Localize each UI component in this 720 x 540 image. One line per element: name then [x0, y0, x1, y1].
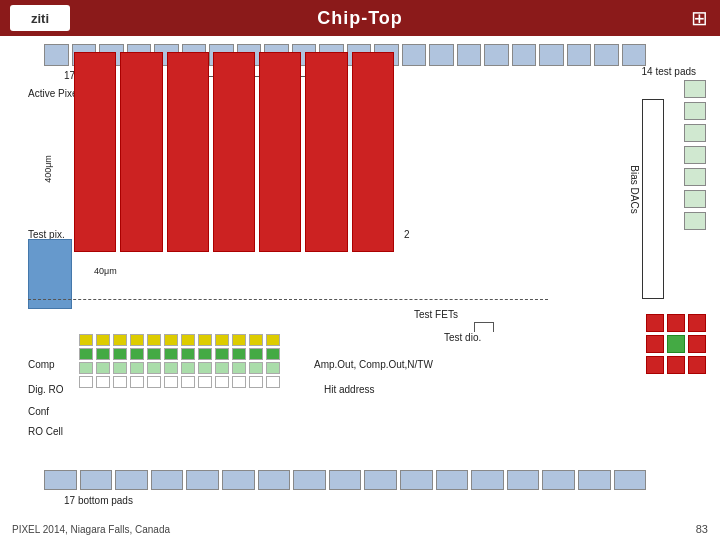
cell-green: [113, 348, 127, 360]
label-test-fets: Test FETs: [414, 309, 458, 320]
cell-yellow: [147, 334, 161, 346]
bottom-pad: [222, 470, 255, 490]
grid-cell-red: [667, 314, 685, 332]
pixel-col: [213, 52, 255, 252]
header-icon: ⊞: [691, 6, 708, 30]
main-content: 17 top pads 22 14 test pads Active Pixel…: [0, 36, 720, 540]
cell-ltgreen: [113, 362, 127, 374]
cell-white: [96, 376, 110, 388]
cell-green: [215, 348, 229, 360]
bottom-pad: [115, 470, 148, 490]
top-pad: [622, 44, 647, 66]
pixel-col: [259, 52, 301, 252]
cell-yellow: [130, 334, 144, 346]
cell-col: [130, 334, 144, 388]
cell-yellow: [164, 334, 178, 346]
cell-col: [164, 334, 178, 388]
dashed-divider: [28, 299, 548, 300]
label-40um: 40μm: [94, 266, 117, 276]
cell-col: [249, 334, 263, 388]
cell-col: [113, 334, 127, 388]
right-pad: [684, 146, 706, 164]
pixel-columns: [74, 52, 394, 252]
cell-white: [130, 376, 144, 388]
pixel-col: [120, 52, 162, 252]
cell-col: [198, 334, 212, 388]
label-400um: 400μm: [43, 155, 53, 183]
label-dig-ro: Dig. RO: [28, 384, 64, 395]
bottom-pad: [400, 470, 433, 490]
chip-diagram: 17 top pads 22 14 test pads Active Pixel…: [14, 44, 706, 514]
cell-green: [96, 348, 110, 360]
cell-green: [266, 348, 280, 360]
footer: PIXEL 2014, Niagara Falls, Canada 83: [0, 518, 720, 540]
right-grid: [646, 314, 706, 374]
cell-ltgreen: [130, 362, 144, 374]
cell-ltgreen: [198, 362, 212, 374]
cell-ltgreen: [249, 362, 263, 374]
cell-ltgreen: [96, 362, 110, 374]
cell-yellow: [215, 334, 229, 346]
page-title: Chip-Top: [317, 8, 403, 29]
grid-cell-red: [688, 335, 706, 353]
right-pad: [684, 212, 706, 230]
pixel-col: [167, 52, 209, 252]
cell-yellow: [96, 334, 110, 346]
bottom-pad: [293, 470, 326, 490]
label-comp: Comp: [28, 359, 55, 370]
top-pad: [44, 44, 69, 66]
pixel-col: [305, 52, 347, 252]
top-pad: [567, 44, 592, 66]
cell-col: [181, 334, 195, 388]
bottom-pad: [44, 470, 77, 490]
grid-cell-red: [667, 356, 685, 374]
label-bias-dacs: Bias DACs: [628, 165, 639, 213]
grid-cell-red: [688, 314, 706, 332]
bottom-pad: [151, 470, 184, 490]
cell-col: [79, 334, 93, 388]
page-number: 83: [696, 523, 708, 535]
cell-ltgreen: [215, 362, 229, 374]
cell-ltgreen: [164, 362, 178, 374]
top-pad: [484, 44, 509, 66]
bottom-pad: [186, 470, 219, 490]
cell-white: [232, 376, 246, 388]
ziti-logo: ziti: [10, 5, 70, 31]
bottom-pad: [80, 470, 113, 490]
right-pad: [684, 190, 706, 208]
logo-area: ziti: [10, 5, 70, 31]
bias-dacs-box: [642, 99, 664, 299]
bottom-pad: [507, 470, 540, 490]
cell-white: [147, 376, 161, 388]
right-pad: [684, 102, 706, 120]
right-pads: [684, 80, 706, 230]
top-pad: [402, 44, 427, 66]
cell-ltgreen: [181, 362, 195, 374]
cell-green: [232, 348, 246, 360]
cell-col: [266, 334, 280, 388]
cell-green: [164, 348, 178, 360]
bottom-pad: [258, 470, 291, 490]
bottom-pad: [614, 470, 647, 490]
cell-green: [198, 348, 212, 360]
cell-white: [249, 376, 263, 388]
label-2: 2: [404, 229, 410, 240]
label-17-bottom-pads: 17 bottom pads: [64, 495, 133, 506]
cell-green: [181, 348, 195, 360]
bottom-pad: [364, 470, 397, 490]
cell-col: [215, 334, 229, 388]
grid-cell-red: [646, 335, 664, 353]
bottom-pad: [542, 470, 575, 490]
bottom-pad: [578, 470, 611, 490]
cell-green: [130, 348, 144, 360]
cell-white: [266, 376, 280, 388]
grid-cell-green: [667, 335, 685, 353]
logo-text: ziti: [31, 11, 49, 26]
cell-col: [232, 334, 246, 388]
cell-white: [181, 376, 195, 388]
cell-green: [249, 348, 263, 360]
bottom-cell-area: [79, 334, 409, 388]
bottom-pad: [436, 470, 469, 490]
cell-white: [215, 376, 229, 388]
cell-yellow: [113, 334, 127, 346]
